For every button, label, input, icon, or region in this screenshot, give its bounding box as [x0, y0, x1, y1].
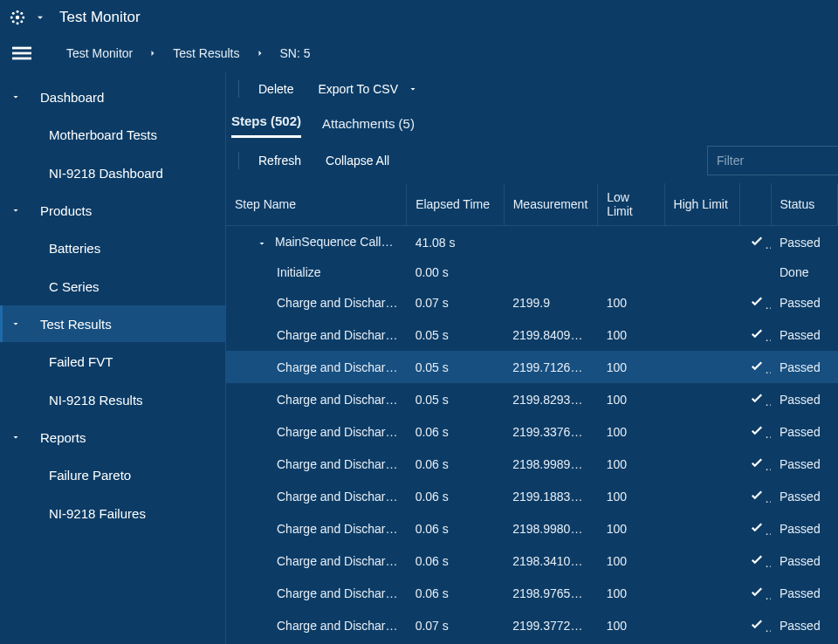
- sidebar-item[interactable]: Batteries: [0, 229, 225, 267]
- breadcrumb-bar: Test Monitor Test Results SN: 5: [0, 35, 838, 72]
- cell-status: Passed: [771, 480, 838, 512]
- check-icon: [749, 519, 765, 535]
- cell-step-name: Charge and Discharge: [226, 609, 407, 641]
- cell-status: Passed: [771, 512, 838, 545]
- check-icon: [749, 422, 765, 438]
- cell-high-limit: [664, 545, 740, 577]
- cell-step-name: Charge and Discharge: [226, 480, 407, 512]
- cell-step-name: Charge and Discharge: [226, 545, 407, 577]
- cell-step-name: MainSequence Callback: [226, 226, 407, 259]
- table-row[interactable]: Charge and Discharge0.05 s2199.829333171…: [226, 383, 838, 415]
- cell-low-limit: 100: [598, 480, 664, 512]
- cell-elapsed: 0.06 s: [407, 480, 505, 512]
- cell-high-limit: [664, 383, 740, 415]
- check-icon: [749, 325, 765, 341]
- cell-high-limit: [664, 448, 740, 480]
- sidebar-group[interactable]: Reports: [0, 419, 225, 456]
- cell-status: Passed: [771, 577, 838, 609]
- sidebar-item[interactable]: Failed FVT: [0, 342, 225, 380]
- caret-down-icon: [9, 90, 23, 104]
- cell-high-limit: [664, 415, 740, 448]
- breadcrumb-item[interactable]: SN: 5: [271, 46, 319, 60]
- app-logo-icon[interactable]: [9, 9, 26, 26]
- sidebar-item[interactable]: NI-9218 Dashboard: [0, 154, 225, 192]
- steps-table: Step Name Elapsed Time Measurement Low L…: [226, 183, 838, 644]
- cell-low-limit: 100: [598, 351, 664, 383]
- cell-elapsed: 0.06 s: [407, 415, 505, 448]
- sidebar-group[interactable]: Dashboard: [0, 79, 225, 115]
- sidebar-item[interactable]: NI-9218 Results: [0, 380, 225, 419]
- breadcrumb-item[interactable]: Test Monitor: [58, 46, 141, 60]
- table-row[interactable]: Charge and Discharge0.07 s2199.377229124…: [226, 609, 838, 641]
- cell-step-name: Charge and Discharge: [226, 319, 407, 351]
- filter-input[interactable]: [707, 146, 838, 175]
- cell-high-limit: [664, 286, 740, 319]
- collapse-all-button[interactable]: Collapse All: [313, 148, 402, 173]
- delete-button[interactable]: Delete: [246, 77, 306, 101]
- svg-point-6: [20, 12, 23, 15]
- refresh-button[interactable]: Refresh: [246, 148, 313, 173]
- table-row[interactable]: Charge and Discharge0.06 s2198.998997987…: [226, 448, 838, 480]
- table-row[interactable]: Charge and Discharge0.06 s2198.976572115…: [226, 577, 838, 609]
- hamburger-icon[interactable]: [12, 44, 31, 63]
- check-icon: [749, 487, 765, 503]
- table-row[interactable]: Charge and Discharge0.06 s2199.188357524…: [226, 480, 838, 512]
- cell-low-limit: 100: [598, 319, 664, 351]
- svg-point-0: [16, 16, 20, 20]
- sidebar-item[interactable]: NI-9218 Failures: [0, 494, 225, 532]
- cell-status-icon: [740, 577, 771, 609]
- content-pane: Delete Export To CSV Steps (502) Attachm…: [225, 72, 838, 644]
- cell-measurement: 2199.377229124: [504, 609, 597, 641]
- cell-measurement: 2199.188357524: [504, 480, 597, 512]
- export-csv-button[interactable]: Export To CSV: [306, 77, 431, 101]
- chevron-right-icon: [147, 47, 159, 59]
- cell-high-limit: [664, 512, 740, 545]
- sidebar-item[interactable]: Motherboard Tests: [0, 115, 225, 154]
- cell-elapsed: 0.05 s: [407, 319, 505, 351]
- table-row[interactable]: Charge and Discharge0.06 s2199.337612817…: [226, 415, 838, 448]
- sidebar-item[interactable]: Failure Pareto: [0, 456, 225, 494]
- toolbar-primary: Delete Export To CSV: [226, 72, 838, 106]
- breadcrumb-item[interactable]: Test Results: [164, 46, 248, 60]
- col-measurement[interactable]: Measurement: [504, 183, 597, 226]
- table-row[interactable]: Charge and Discharge0.05 s2199.712604263…: [226, 351, 838, 383]
- check-icon: [749, 293, 765, 309]
- cell-step-name: Charge and Discharge: [226, 512, 407, 545]
- col-high-limit[interactable]: High Limit: [664, 183, 740, 226]
- check-icon: [749, 390, 765, 406]
- col-status[interactable]: Status: [771, 183, 838, 226]
- table-row[interactable]: Charge and Discharge0.06 s2198.341084222…: [226, 545, 838, 577]
- cell-measurement: 2199.337612817: [504, 415, 597, 448]
- cell-status: Passed: [771, 286, 838, 319]
- cell-status: Passed: [771, 609, 838, 641]
- cell-low-limit: 100: [598, 609, 664, 641]
- cell-status-icon: [740, 609, 771, 641]
- cell-elapsed: 0.06 s: [407, 545, 505, 577]
- table-row[interactable]: Charge and Discharge0.06 s2198.998053347…: [226, 512, 838, 545]
- table-row[interactable]: Charge and Discharge0.05 s2199.840917246…: [226, 319, 838, 351]
- tab-steps[interactable]: Steps (502): [231, 108, 301, 138]
- sidebar-group-label: Dashboard: [40, 90, 104, 105]
- cell-measurement: 2198.998053347: [504, 512, 597, 545]
- sidebar-item[interactable]: C Series: [0, 267, 225, 305]
- expand-toggle-icon[interactable]: [256, 237, 268, 250]
- cell-status: Passed: [771, 415, 838, 448]
- cell-status: Passed: [771, 545, 838, 577]
- table-row[interactable]: Charge and Discharge0.07 s2199.9100Passe…: [226, 286, 838, 319]
- tab-attachments[interactable]: Attachments (5): [322, 111, 415, 138]
- col-status-icon[interactable]: [740, 183, 771, 226]
- table-row[interactable]: MainSequence Callback41.08 sPassed: [226, 226, 838, 259]
- col-elapsed-time[interactable]: Elapsed Time: [407, 183, 505, 226]
- export-csv-label: Export To CSV: [318, 82, 398, 96]
- cell-low-limit: [598, 258, 664, 286]
- table-row[interactable]: Initialize0.00 sDone: [226, 258, 838, 286]
- sidebar-group[interactable]: Test Results: [0, 305, 225, 342]
- sidebar: DashboardMotherboard TestsNI-9218 Dashbo…: [0, 72, 225, 644]
- col-step-name[interactable]: Step Name: [226, 183, 407, 226]
- svg-rect-9: [12, 47, 31, 50]
- app-menu-caret-icon[interactable]: [33, 10, 47, 24]
- col-low-limit[interactable]: Low Limit: [598, 183, 664, 226]
- sidebar-group[interactable]: Products: [0, 192, 225, 229]
- svg-point-4: [22, 17, 24, 19]
- sidebar-group-label: Products: [40, 203, 92, 218]
